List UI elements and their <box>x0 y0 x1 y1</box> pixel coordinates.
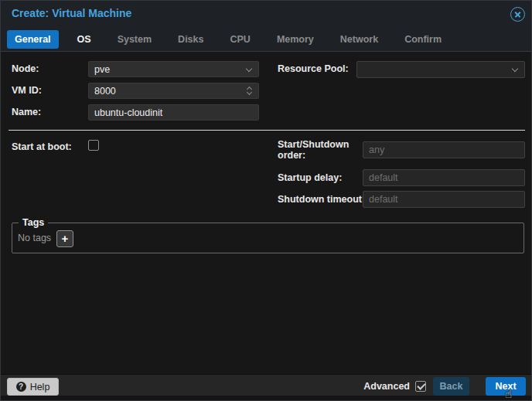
start-at-boot-checkbox[interactable] <box>88 140 99 151</box>
add-tag-button[interactable]: + <box>56 230 73 247</box>
no-tags-text: No tags <box>18 233 51 243</box>
startup-delay-label: Startup delay: <box>278 172 342 183</box>
section-divider <box>9 130 525 131</box>
help-label: Help <box>30 382 50 393</box>
node-label: Node: <box>12 63 39 74</box>
tab-os[interactable]: OS <box>70 30 99 49</box>
close-icon[interactable] <box>510 7 525 22</box>
help-button[interactable]: ? Help <box>7 378 59 396</box>
startup-order-label: Start/Shutdown order: <box>278 139 353 161</box>
dialog-header: Create: Virtual Machine <box>1 1 531 27</box>
resource-pool-input[interactable] <box>357 62 524 77</box>
name-input[interactable] <box>89 106 258 121</box>
shutdown-timeout-field[interactable] <box>363 191 525 208</box>
tab-confirm: Confirm <box>397 30 449 49</box>
tab-memory: Memory <box>269 30 322 49</box>
shutdown-timeout-input[interactable] <box>363 192 524 207</box>
startup-order-input[interactable] <box>363 142 524 158</box>
tab-network: Network <box>332 30 386 49</box>
vmid-label: VM ID: <box>12 85 42 96</box>
startup-order-field[interactable] <box>363 141 525 158</box>
dialog-title: Create: Virtual Machine <box>12 7 131 19</box>
startup-delay-field[interactable] <box>363 169 525 186</box>
node-combo[interactable] <box>88 61 259 77</box>
node-input[interactable] <box>89 63 258 77</box>
tags-legend: Tags <box>19 217 48 228</box>
tab-bar: General OS System Disks CPU Memory Netwo… <box>1 27 531 52</box>
back-button[interactable]: Back <box>433 377 469 396</box>
tab-disks: Disks <box>170 30 211 49</box>
shutdown-timeout-label: Shutdown timeout: <box>278 194 365 205</box>
name-label: Name: <box>12 107 41 117</box>
advanced-checkbox[interactable] <box>415 381 426 392</box>
tags-fieldset: Tags No tags + <box>12 223 524 253</box>
startup-delay-input[interactable] <box>363 170 524 185</box>
next-button[interactable]: Next <box>486 377 526 396</box>
advanced-label: Advanced <box>363 381 410 392</box>
bottom-edge <box>1 396 531 400</box>
dialog-body: Node: VM ID: Name: Resource Pool: Start … <box>1 52 531 374</box>
question-icon: ? <box>16 382 26 392</box>
tab-cpu: CPU <box>222 30 257 49</box>
vmid-spinner[interactable] <box>88 83 259 99</box>
tab-general[interactable]: General <box>7 30 59 49</box>
resource-pool-combo[interactable] <box>356 61 525 78</box>
name-field[interactable] <box>88 104 259 121</box>
footer-actions: Advanced Back Next <box>363 377 526 396</box>
resource-pool-label: Resource Pool: <box>278 63 349 74</box>
dialog-footer: ? Help Advanced Back Next <box>1 374 531 397</box>
tab-system: System <box>110 30 159 49</box>
create-vm-dialog: Create: Virtual Machine General OS Syste… <box>0 0 532 401</box>
start-at-boot-label: Start at boot: <box>12 141 72 152</box>
vmid-input[interactable] <box>89 84 258 99</box>
